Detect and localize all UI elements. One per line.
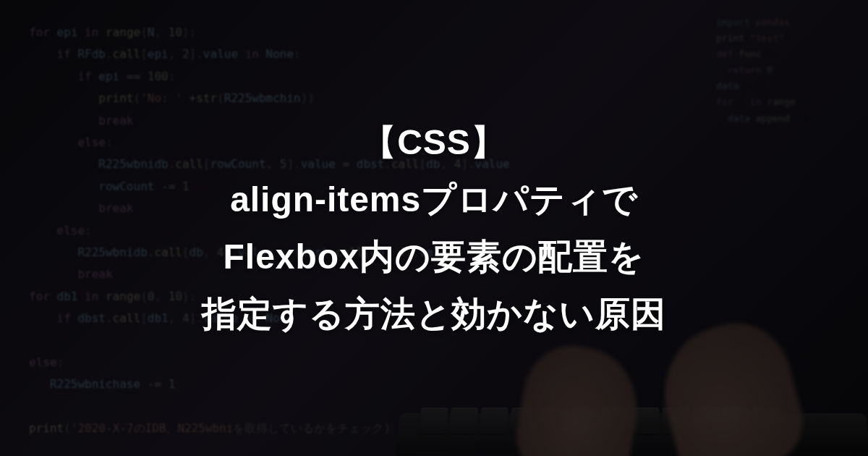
title-line-4: 指定する方法と効かない原因 bbox=[202, 285, 666, 342]
title-container: 【CSS】 align-itemsプロパティで Flexbox内の要素の配置を … bbox=[0, 0, 868, 456]
title-line-1: 【CSS】 bbox=[362, 114, 506, 171]
title-line-2: align-itemsプロパティで bbox=[230, 171, 638, 228]
title-line-3: Flexbox内の要素の配置を bbox=[224, 228, 645, 285]
